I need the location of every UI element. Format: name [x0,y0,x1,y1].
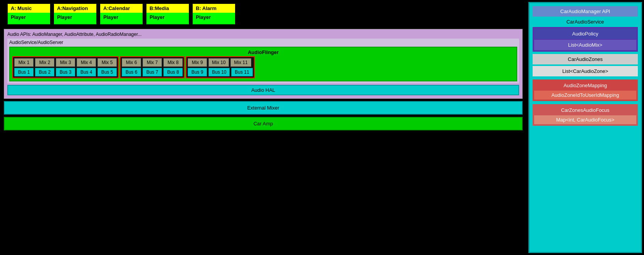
zone3-block: Mix 9 Mix 10 Mix 11 Bus 9 Bus 10 Bus 11 [186,56,255,78]
audio-apis-label: Audio APIs: AudioManager, AudioAttribute… [7,32,519,37]
bus5: Bus 5 [98,68,117,76]
mix10: Mix 10 [209,58,229,67]
app-label-navigation: A:Navigation [54,4,96,13]
app-player-music: A: Music Player [8,4,50,24]
app-label-music: A: Music [8,4,50,13]
bus3: Bus 3 [56,68,75,76]
app-label-media: B:Media [146,4,189,13]
bus9: Bus 9 [188,68,207,76]
car-zones-focus-group: CarZonesAudioFocus Map<int, CarAudioFocu… [533,104,638,126]
zone2-block: Mix 6 Mix 7 Mix 8 Bus 6 Bus 7 Bus 8 [120,56,185,78]
bus1: Bus 1 [14,68,34,76]
mix1: Mix 1 [14,58,34,67]
car-zones-audio-focus: CarZonesAudioFocus [534,106,636,115]
mix7: Mix 7 [143,58,162,67]
app-player-navigation: A:Navigation Player [54,4,96,24]
app-player-alarm: B: Alarm Player [193,4,235,24]
external-mixer-layer: External Mixer [4,101,523,115]
audio-service-label: AudioService/AudioServer [9,40,517,45]
zone2-mix-row: Mix 6 Mix 7 Mix 8 [122,58,183,67]
player-box-media: Player [146,13,189,24]
bus11: Bus 11 [231,68,252,76]
mix8: Mix 8 [163,58,183,67]
bus7: Bus 7 [143,68,162,76]
main-diagram: A: Music Player A:Navigation Player A:Ca… [0,0,526,255]
zone1-bus-row: Bus 1 Bus 2 Bus 3 Bus 4 Bus 5 [14,68,117,76]
car-audio-zones: CarAudioZones [533,54,638,64]
player-box-navigation: Player [54,13,96,24]
audioflinger-label: AudioFlinger [12,48,514,56]
car-audio-manager-api: CarAudioManager API [533,6,638,17]
app-label-calendar: A:Calendar [100,4,143,13]
bus8: Bus 8 [163,68,183,76]
mix2: Mix 2 [35,58,54,67]
player-box-calendar: Player [100,13,143,24]
mix11: Mix 11 [230,58,251,67]
layers-container: Audio APIs: AudioManager, AudioAttribute… [4,29,523,99]
app-player-calendar: A:Calendar Player [100,4,143,24]
mix4: Mix 4 [77,58,96,67]
audio-policy-group: AudioPolicy List<AudioMix> [533,27,638,52]
zone3-bus-row: Bus 9 Bus 10 Bus 11 [188,68,253,76]
list-audiomix: List<AudioMix> [534,40,636,50]
car-amp-layer: Car Amp [4,117,523,130]
zone3-mix-row: Mix 9 Mix 10 Mix 11 [188,58,253,67]
audio-policy: AudioPolicy [534,29,636,39]
map-car-audio-focus: Map<int, CarAudioFocus> [534,115,636,124]
mix6: Mix 6 [122,58,141,67]
list-car-audio-zone: List<CarAudioZone> [533,66,638,76]
mix3: Mix 3 [56,58,75,67]
mix9: Mix 9 [188,58,207,67]
bus10: Bus 10 [209,68,230,76]
mix5: Mix 5 [98,58,117,67]
mix-bus-area: Mix 1 Mix 2 Mix 3 Mix 4 Mix 5 Bus 1 Bus … [12,56,514,78]
app-label-alarm: B: Alarm [193,4,235,13]
right-panel: CarAudioManager API CarAudioService Audi… [528,2,642,253]
audio-hal-layer: Audio HAL [7,85,519,95]
app-player-media: B:Media Player [146,4,189,24]
audio-zone-mapping-group: AudioZoneMapping AudioZoneIdToUserIdMapp… [533,79,638,101]
audio-zone-id-mapping: AudioZoneIdToUserIdMapping [534,91,636,100]
zone2-bus-row: Bus 6 Bus 7 Bus 8 [122,68,183,76]
bus2: Bus 2 [35,68,54,76]
zone1-block: Mix 1 Mix 2 Mix 3 Mix 4 Mix 5 Bus 1 Bus … [12,56,119,78]
audio-zone-mapping: AudioZoneMapping [534,81,636,90]
player-box-music: Player [8,13,50,24]
bus4: Bus 4 [77,68,96,76]
app-players-row: A: Music Player A:Navigation Player A:Ca… [8,4,523,24]
car-audio-service-label: CarAudioService [533,18,638,25]
player-box-alarm: Player [193,13,235,24]
audio-service-layer: AudioService/AudioServer AudioFlinger Mi… [7,39,519,83]
zone1-mix-row: Mix 1 Mix 2 Mix 3 Mix 4 Mix 5 [14,58,117,67]
audioflinger-container: AudioFlinger Mix 1 Mix 2 Mix 3 Mix 4 Mix… [9,47,517,81]
bus6: Bus 6 [122,68,141,76]
